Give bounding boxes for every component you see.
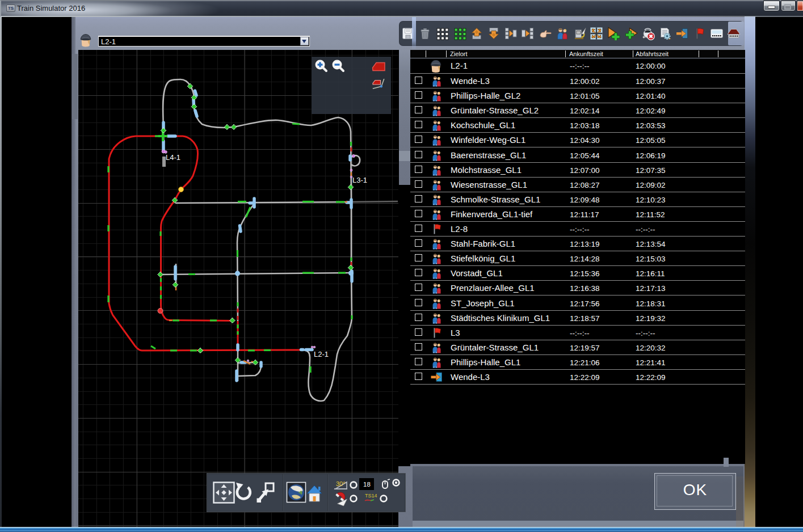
svg-text:18: 18 [363, 481, 371, 488]
svg-text:TS14: TS14 [365, 493, 377, 499]
svg-text:30°: 30° [336, 480, 346, 487]
